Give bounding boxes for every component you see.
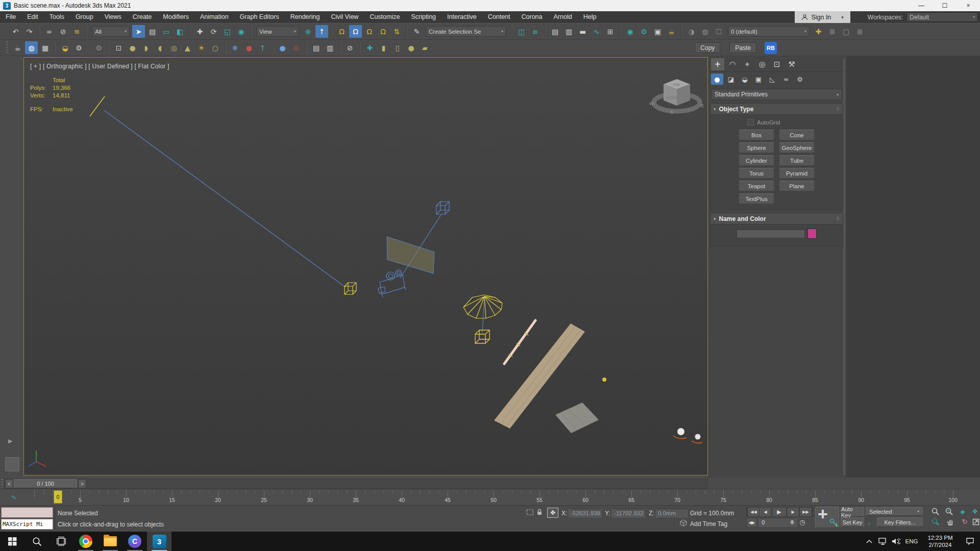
- named-selection-sets-icon[interactable]: ✎: [410, 25, 423, 38]
- sphere-outline-icon[interactable]: ○: [209, 41, 222, 54]
- isolate-selection-icon[interactable]: [526, 509, 534, 518]
- maxscript-listener-field[interactable]: MAXScript Mi: [1, 519, 53, 530]
- cameras-category[interactable]: ▣: [752, 73, 765, 85]
- absolute-mode-button[interactable]: ✥: [547, 508, 558, 518]
- space-warps-category[interactable]: ≈: [780, 73, 792, 85]
- macro-recorder-field[interactable]: [1, 507, 53, 518]
- add-preset-icon[interactable]: ✚: [812, 25, 825, 38]
- object-type-button-torus[interactable]: Torus: [739, 168, 774, 179]
- play-button[interactable]: ▶: [772, 507, 787, 517]
- curve-editor-icon[interactable]: ∿: [590, 25, 603, 38]
- menu-create[interactable]: Create: [127, 11, 158, 23]
- record-monitor-icon[interactable]: ⊙: [290, 41, 303, 54]
- name-color-header[interactable]: ▾ Name and Color ⠿: [710, 213, 843, 224]
- menu-views[interactable]: Views: [99, 11, 127, 23]
- sun-icon[interactable]: ☀: [195, 41, 208, 54]
- monitor-icon[interactable]: ⊡: [112, 41, 125, 54]
- menu-arnold[interactable]: Arnold: [548, 11, 578, 23]
- gears-config-icon[interactable]: ⚙: [92, 41, 105, 54]
- viewcube[interactable]: TOP FRONT W S E: [649, 79, 704, 115]
- menu-civil-view[interactable]: Civil View: [325, 11, 364, 23]
- teapot-icon[interactable]: ☕: [11, 41, 24, 54]
- box-primitive-icon[interactable]: ▮: [377, 41, 390, 54]
- helper-cross-icon[interactable]: ✚: [363, 41, 376, 54]
- shaded-view-icon[interactable]: ◍: [25, 41, 38, 54]
- gears-icon[interactable]: ⚙: [72, 41, 85, 54]
- y-coordinate-field[interactable]: -11702.932: [612, 509, 645, 517]
- go-to-start-button[interactable]: ◀◀: [746, 507, 760, 517]
- mirror-icon[interactable]: ◫: [515, 25, 528, 38]
- up-arrow-icon[interactable]: ↑: [256, 41, 269, 54]
- use-pivot-point-icon[interactable]: ⊕: [302, 25, 314, 38]
- taskbar-file-explorer[interactable]: [98, 532, 122, 551]
- fabric-object[interactable]: [555, 403, 599, 433]
- maxscript-mini-listener[interactable]: MAXScript Mi: [1, 507, 55, 530]
- network-icon[interactable]: [876, 532, 889, 551]
- hierarchy-tab[interactable]: ⌖: [741, 58, 754, 70]
- current-frame-marker[interactable]: 0: [54, 490, 62, 504]
- workspace-dropdown[interactable]: Default ▾: [906, 12, 978, 22]
- time-slider-handle[interactable]: 0 / 100: [14, 479, 77, 488]
- set-keys-button[interactable]: +: [815, 507, 839, 528]
- menu-animation[interactable]: Animation: [194, 11, 234, 23]
- orbit-icon[interactable]: ↻: [959, 517, 971, 526]
- zoom-extents-all-icon[interactable]: ❖: [969, 507, 980, 516]
- box-object[interactable]: [345, 283, 356, 294]
- color-swatch[interactable]: [807, 229, 817, 239]
- zoom-extents-icon[interactable]: ◈: [957, 507, 969, 516]
- spinner-snap-icon[interactable]: ⇅: [390, 25, 403, 38]
- key-mode-toggle[interactable]: ◀▶: [746, 518, 757, 528]
- layers-stack-icon[interactable]: ≣: [853, 25, 866, 38]
- paste-button[interactable]: Paste: [729, 42, 756, 53]
- selection-lock-icon[interactable]: [536, 508, 543, 518]
- task-view-button[interactable]: [49, 532, 74, 551]
- menu-scripting[interactable]: Scripting: [405, 11, 442, 23]
- snowflake-icon[interactable]: ❄: [229, 41, 241, 54]
- object-type-button-geosphere[interactable]: GeoSphere: [779, 142, 815, 153]
- maximize-button[interactable]: ☐: [933, 0, 957, 11]
- menu-graph-editors[interactable]: Graph Editors: [234, 11, 285, 23]
- unlink-selection-icon[interactable]: ⊘: [57, 25, 69, 38]
- lightbulb-icon[interactable]: ◒: [59, 41, 71, 54]
- scene-explorer-icon[interactable]: ▤: [549, 25, 561, 38]
- clock[interactable]: 12:23 PM 2/7/2024: [924, 534, 957, 548]
- layer-explorer-icon[interactable]: ▥: [562, 25, 575, 38]
- render-shaded-icon[interactable]: ◑: [685, 25, 698, 38]
- previous-frame-step-button[interactable]: ◀: [759, 507, 772, 517]
- render-production-icon[interactable]: ☕: [665, 25, 678, 38]
- menu-interactive[interactable]: Interactive: [442, 11, 482, 23]
- window-icon[interactable]: ▦: [39, 41, 52, 54]
- time-configuration-icon[interactable]: ◷: [796, 518, 808, 527]
- object-type-button-plane[interactable]: Plane: [779, 181, 815, 191]
- search-button[interactable]: [24, 532, 49, 551]
- default-in-out-tangents-icon[interactable]: ◞: [864, 517, 874, 526]
- sphere-pair-objects[interactable]: [673, 428, 702, 443]
- taskbar-corona-app[interactable]: C: [122, 532, 147, 551]
- volume-icon[interactable]: [889, 532, 902, 551]
- menu-help[interactable]: Help: [578, 11, 602, 23]
- select-by-name-icon[interactable]: ▤: [146, 25, 159, 38]
- document-icon[interactable]: ▢: [840, 25, 852, 38]
- umbrella-object[interactable]: [463, 295, 502, 318]
- object-type-button-cylinder[interactable]: Cylinder: [739, 155, 774, 166]
- primitive-category-dropdown[interactable]: Standard Primitives ▾: [711, 89, 842, 100]
- frame-ruler[interactable]: 0 51015202530354045505560657075808590951…: [23, 489, 962, 506]
- ribbon-toggle-icon[interactable]: ▬: [576, 25, 589, 38]
- set-key-button[interactable]: Set Key: [841, 517, 864, 527]
- object-type-button-teapot[interactable]: Teapot: [739, 181, 774, 191]
- rectangular-selection-region-icon[interactable]: ▭: [160, 25, 173, 38]
- sphere2-primitive-icon[interactable]: ●: [405, 41, 418, 54]
- selection-set-dropdown[interactable]: Selected ▾: [866, 507, 923, 516]
- stick-object[interactable]: [504, 320, 535, 364]
- menu-tools[interactable]: Tools: [44, 11, 70, 23]
- taskbar-3dsmax[interactable]: 3: [147, 532, 172, 551]
- menu-customize[interactable]: Customize: [364, 11, 405, 23]
- close-button[interactable]: ×: [957, 0, 980, 11]
- select-and-move-toggle-icon[interactable]: ↑: [315, 25, 328, 38]
- plane-object[interactable]: [387, 237, 434, 273]
- viewport-layout-arrow[interactable]: ▶: [8, 438, 12, 444]
- motion-tab[interactable]: ◎: [755, 58, 769, 70]
- object-type-button-pyramid[interactable]: Pyramid: [779, 168, 815, 179]
- rb-badge[interactable]: RB: [765, 42, 777, 54]
- hidden-icons-chevron[interactable]: [863, 532, 876, 551]
